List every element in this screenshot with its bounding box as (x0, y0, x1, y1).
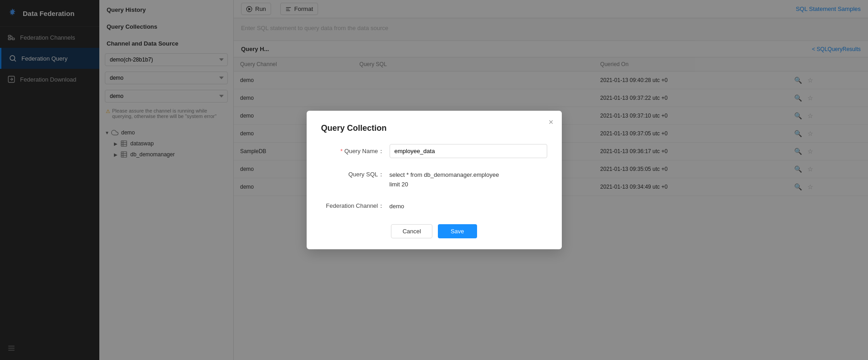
modal-title: Query Collection (321, 123, 547, 133)
cancel-button[interactable]: Cancel (391, 224, 432, 238)
modal-overlay[interactable]: × Query Collection * Query Name： Query S… (0, 0, 868, 360)
save-button[interactable]: Save (438, 224, 477, 238)
query-sql-field: Query SQL： select * from db_demomanager.… (321, 167, 547, 190)
query-sql-label: Query SQL： (321, 167, 390, 179)
modal-close-button[interactable]: × (549, 118, 554, 126)
required-asterisk: * (340, 148, 343, 154)
query-name-field: * Query Name： (321, 144, 547, 158)
federation-channel-field: Federation Channel： demo (321, 199, 547, 211)
federation-channel-label: Federation Channel： (321, 199, 390, 210)
query-sql-value: select * from db_demomanager.employeelim… (390, 167, 547, 190)
query-collection-modal: × Query Collection * Query Name： Query S… (307, 111, 562, 249)
query-name-input[interactable] (390, 144, 547, 158)
modal-actions: Cancel Save (321, 224, 547, 238)
query-name-label: * Query Name： (321, 144, 390, 155)
federation-channel-value: demo (390, 199, 547, 211)
